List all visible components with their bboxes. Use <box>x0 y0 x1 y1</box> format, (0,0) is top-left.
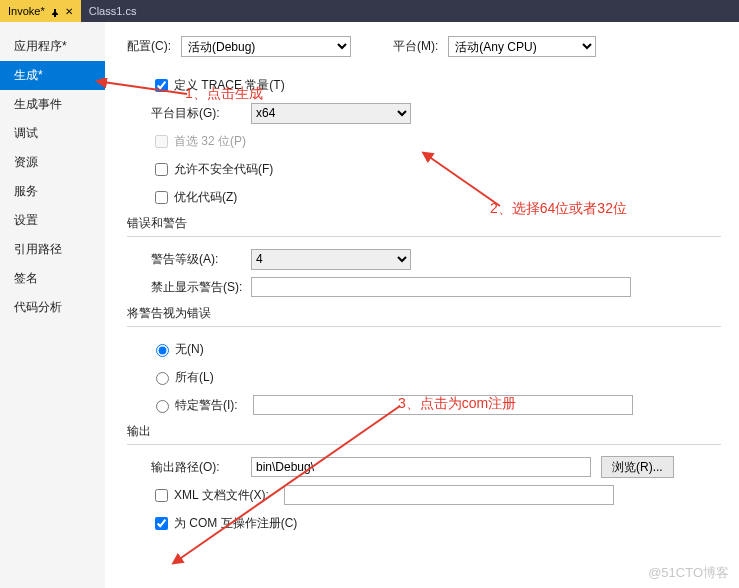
errors-section-title: 错误和警告 <box>127 215 721 232</box>
config-select[interactable]: 活动(Debug) <box>181 36 351 57</box>
watermark: @51CTO博客 <box>648 564 729 582</box>
xml-doc-input[interactable] <box>284 485 614 505</box>
treat-all-label: 所有(L) <box>175 369 214 386</box>
pin-icon[interactable] <box>51 7 59 15</box>
divider <box>127 326 721 327</box>
output-path-label: 输出路径(O): <box>151 459 251 476</box>
unsafe-checkbox[interactable] <box>155 163 168 176</box>
trace-checkbox[interactable] <box>155 79 168 92</box>
sidebar-item-application[interactable]: 应用程序* <box>0 32 105 61</box>
divider <box>127 236 721 237</box>
xml-doc-checkbox[interactable] <box>155 489 168 502</box>
trace-label: 定义 TRACE 常量(T) <box>174 77 285 94</box>
close-icon[interactable]: ✕ <box>65 6 73 17</box>
config-label: 配置(C): <box>127 38 171 55</box>
warning-level-label: 警告等级(A): <box>151 251 251 268</box>
treat-specific-label: 特定警告(I): <box>175 397 253 414</box>
optimize-checkbox[interactable] <box>155 191 168 204</box>
treat-none-radio[interactable] <box>156 344 169 357</box>
tab-label: Class1.cs <box>89 5 137 17</box>
com-register-label: 为 COM 互操作注册(C) <box>174 515 297 532</box>
tab-label: Invoke* <box>8 5 45 17</box>
output-section-title: 输出 <box>127 423 721 440</box>
sidebar-item-settings[interactable]: 设置 <box>0 206 105 235</box>
prefer32-checkbox <box>155 135 168 148</box>
tab-class1[interactable]: Class1.cs <box>81 0 145 22</box>
sidebar-item-signing[interactable]: 签名 <box>0 264 105 293</box>
browse-button[interactable]: 浏览(R)... <box>601 456 674 478</box>
suppress-input[interactable] <box>251 277 631 297</box>
platform-target-select[interactable]: x64 <box>251 103 411 124</box>
platform-select[interactable]: 活动(Any CPU) <box>448 36 596 57</box>
optimize-label: 优化代码(Z) <box>174 189 237 206</box>
sidebar-item-build-events[interactable]: 生成事件 <box>0 90 105 119</box>
unsafe-label: 允许不安全代码(F) <box>174 161 273 178</box>
treat-all-radio[interactable] <box>156 372 169 385</box>
sidebar-item-code-analysis[interactable]: 代码分析 <box>0 293 105 322</box>
platform-target-label: 平台目标(G): <box>151 105 251 122</box>
treat-none-label: 无(N) <box>175 341 204 358</box>
suppress-label: 禁止显示警告(S): <box>151 279 251 296</box>
sidebar-item-build[interactable]: 生成* <box>0 61 105 90</box>
sidebar-item-reference-paths[interactable]: 引用路径 <box>0 235 105 264</box>
sidebar-item-resources[interactable]: 资源 <box>0 148 105 177</box>
warning-level-select[interactable]: 4 <box>251 249 411 270</box>
sidebar: 应用程序* 生成* 生成事件 调试 资源 服务 设置 引用路径 签名 代码分析 <box>0 22 105 588</box>
com-register-checkbox[interactable] <box>155 517 168 530</box>
prefer32-label: 首选 32 位(P) <box>174 133 246 150</box>
build-page: 配置(C): 活动(Debug) 平台(M): 活动(Any CPU) 定义 T… <box>105 22 739 588</box>
treat-section-title: 将警告视为错误 <box>127 305 721 322</box>
platform-label: 平台(M): <box>393 38 438 55</box>
treat-specific-input[interactable] <box>253 395 633 415</box>
sidebar-item-debug[interactable]: 调试 <box>0 119 105 148</box>
treat-specific-radio[interactable] <box>156 400 169 413</box>
output-path-input[interactable] <box>251 457 591 477</box>
tab-bar: Invoke* ✕ Class1.cs <box>0 0 739 22</box>
divider <box>127 444 721 445</box>
xml-doc-label: XML 文档文件(X): <box>174 487 284 504</box>
sidebar-item-services[interactable]: 服务 <box>0 177 105 206</box>
tab-invoke[interactable]: Invoke* ✕ <box>0 0 81 22</box>
